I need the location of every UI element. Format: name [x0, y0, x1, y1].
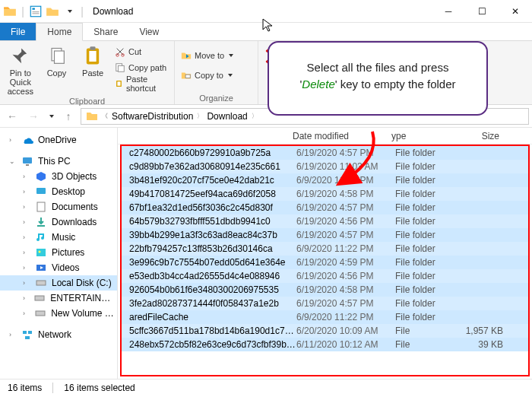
cut-button[interactable]: Cut: [113, 45, 169, 59]
nav-this-pc[interactable]: ⌄This PC: [0, 154, 117, 169]
minimize-button[interactable]: ─: [432, 0, 465, 23]
folder-icon: [3, 5, 17, 18]
new-folder-icon[interactable]: [46, 5, 59, 18]
svg-rect-26: [36, 311, 45, 316]
file-name: 3fe2ad80287371444f0f058437a1e2b: [122, 298, 296, 309]
nav-music[interactable]: ›Music: [0, 230, 117, 245]
delete-keyword: Delete: [302, 78, 334, 91]
nav-pictures[interactable]: ›Pictures: [0, 245, 117, 260]
svg-rect-29: [25, 336, 30, 339]
table-row[interactable]: c9d89bb7e362ad30680914e235c6616/19/2020 …: [122, 160, 528, 173]
nav-documents[interactable]: ›Documents: [0, 199, 117, 214]
clipboard-group-label: Clipboard: [5, 96, 169, 107]
table-row[interactable]: 926054b0b61f6e348030020697553​56/19/2020…: [122, 283, 528, 297]
file-type: File folder: [395, 230, 464, 240]
crumb-download[interactable]: Download: [204, 109, 250, 124]
file-type: File folder: [395, 161, 464, 172]
file-type: File folder: [395, 298, 464, 309]
svg-rect-20: [37, 225, 45, 227]
chevron-right-icon[interactable]: 〉: [251, 112, 258, 120]
back-button[interactable]: ←: [3, 107, 21, 125]
table-row[interactable]: 5cffc3667d511ba178bd14b6a190d1c74...6/20…: [122, 324, 528, 338]
forward-button[interactable]: →: [24, 107, 43, 125]
col-type[interactable]: ype: [391, 131, 460, 141]
table-row[interactable]: 39bb4b299e1a3f3c63ad8eac84c37b6/19/2020 …: [122, 228, 528, 242]
tab-home[interactable]: Home: [36, 23, 83, 41]
file-type: File folder: [395, 284, 464, 295]
table-row[interactable]: 49b4170814725eef94aca69d6f20586/19/2020 …: [122, 187, 528, 201]
file-type: File folder: [395, 148, 464, 158]
recent-dropdown[interactable]: [46, 107, 56, 125]
file-type: File folder: [395, 202, 464, 213]
copy-button[interactable]: Copy: [41, 43, 73, 78]
file-date: 6/9/2020 11:22 PM: [296, 312, 395, 322]
crumb-softwaredistribution[interactable]: SoftwareDistribution: [109, 109, 196, 124]
organize-group-label: Organize: [179, 93, 253, 104]
file-name: 248ebx572cb5f82e63ce9c6d73cfbf39b10...: [122, 339, 296, 350]
up-button[interactable]: ↑: [59, 107, 78, 125]
nav-3d-objects[interactable]: ›3D Objects: [0, 169, 117, 184]
nav-network[interactable]: ›Network: [0, 327, 117, 342]
table-row[interactable]: 3e996c9b7c7554b07edd05d641e364e6/19/2020…: [122, 256, 528, 269]
table-row[interactable]: c27480002b660b9729910a9b725a6/19/2020 4:…: [122, 146, 528, 160]
table-row[interactable]: e53edb3b4cc4ad26555d4c4e0889466/19/2020 …: [122, 269, 528, 283]
file-name: c27480002b660b9729910a9b725a: [122, 148, 296, 158]
paste-shortcut-button[interactable]: Paste shortcut: [113, 77, 169, 91]
copy-to-button[interactable]: Copy to: [179, 68, 235, 82]
nav-local-disk-c[interactable]: ›Local Disk (C:): [0, 275, 117, 291]
table-row[interactable]: 3b481ef920c207cf75ce0e42dab21c6/9/2020 1…: [122, 173, 528, 187]
file-date: 6/11/2020 10:12 AM: [296, 339, 395, 350]
nav-desktop[interactable]: ›Desktop: [0, 184, 117, 199]
chevron-right-icon[interactable]: 《: [101, 112, 109, 120]
svg-rect-25: [35, 296, 44, 300]
nav-new-volume[interactable]: ›New Volume (H:): [0, 306, 117, 321]
paste-shortcut-label: Paste shortcut: [126, 75, 168, 93]
file-name: aredFileCache: [122, 312, 296, 322]
maximize-button[interactable]: ☐: [465, 0, 499, 23]
nav-onedrive[interactable]: ›OneDrive: [0, 132, 117, 148]
svg-rect-28: [28, 331, 32, 334]
nav-entertainment[interactable]: ›ENTERTAINMENT: [0, 291, 117, 306]
file-list-pane[interactable]: Date modified ype Size c27480002b660b972…: [118, 128, 532, 379]
nav-downloads[interactable]: ›Downloads: [0, 214, 117, 230]
file-name: e53edb3b4cc4ad26555d4c4e088946: [122, 271, 296, 281]
file-type: File: [395, 339, 464, 350]
window-title: Download: [93, 6, 133, 17]
qat-dropdown-icon[interactable]: [62, 5, 76, 18]
table-row[interactable]: 22bfb794257c13ff853b26d30146ca6/9/2020 1…: [122, 242, 528, 256]
table-row[interactable]: aredFileCache6/9/2020 11:22 PMFile folde…: [122, 310, 528, 324]
copy-path-label: Copy path: [128, 63, 166, 72]
col-name[interactable]: [118, 131, 293, 141]
svg-point-22: [39, 251, 41, 253]
table-row[interactable]: 3fe2ad80287371444f0f058437a1e2b6/19/2020…: [122, 297, 528, 310]
file-name: 3b481ef920c207cf75ce0e42dab21c: [122, 175, 296, 186]
status-selected-count: 16 items selected: [64, 383, 135, 393]
tab-share[interactable]: Share: [83, 23, 128, 40]
col-size[interactable]: Size: [460, 131, 505, 141]
navigation-pane[interactable]: ›OneDrive ⌄This PC ›3D Objects ›Desktop …: [0, 128, 118, 379]
file-date: 6/19/2020 4:57 PM: [296, 202, 395, 213]
file-date: 6/20/2020 10:09 AM: [296, 326, 395, 336]
copy-path-button[interactable]: Copy path: [113, 61, 169, 75]
tab-view[interactable]: View: [128, 23, 169, 40]
file-name: 49b4170814725eef94aca69d6f2058: [122, 189, 296, 199]
properties-icon[interactable]: [29, 5, 43, 18]
close-button[interactable]: ✕: [499, 0, 532, 23]
file-date: 6/19/2020 4:56 PM: [296, 271, 395, 281]
tab-file[interactable]: File: [0, 23, 36, 40]
chevron-right-icon[interactable]: 〉: [196, 112, 204, 120]
svg-rect-3: [33, 13, 40, 14]
table-row[interactable]: 64b579b32793fbfff551dbdb9941c06/19/2020 …: [122, 214, 528, 228]
copy-label: Copy: [47, 68, 67, 78]
move-to-button[interactable]: Move to: [179, 49, 235, 62]
file-type: File folder: [395, 312, 464, 322]
nav-videos[interactable]: ›Videos: [0, 260, 117, 275]
table-row[interactable]: 248ebx572cb5f82e63ce9c6d73cfbf39b10...6/…: [122, 338, 528, 351]
column-headers[interactable]: Date modified ype Size: [118, 128, 532, 145]
file-type: File folder: [395, 271, 464, 281]
paste-button[interactable]: Paste: [77, 43, 109, 78]
file-type: File folder: [395, 243, 464, 254]
table-row[interactable]: 67bf1ea32d1ed56f3036c2c45d830f6/19/2020 …: [122, 201, 528, 214]
file-type: File folder: [395, 257, 464, 268]
pin-quick-access-button[interactable]: Pin to Quick access: [5, 43, 36, 96]
